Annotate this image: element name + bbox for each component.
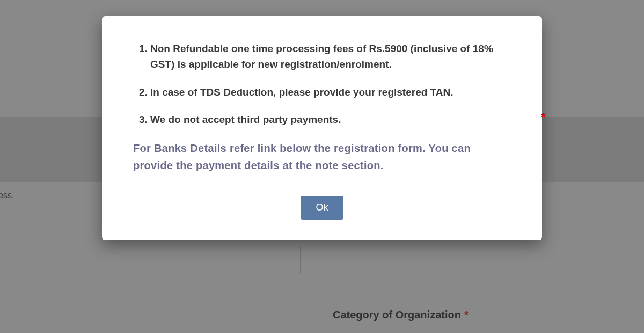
ok-button[interactable]: Ok xyxy=(301,196,343,220)
modal-item-1: Non Refundable one time processing fees … xyxy=(150,41,511,73)
modal-item-2: In case of TDS Deduction, please provide… xyxy=(150,84,511,100)
modal-overlay: Non Refundable one time processing fees … xyxy=(0,0,644,333)
modal-button-row: Ok xyxy=(133,196,511,220)
required-indicator-dot: * xyxy=(541,110,545,114)
modal-list: Non Refundable one time processing fees … xyxy=(133,41,511,128)
modal-item-3: We do not accept third party payments. xyxy=(150,112,511,127)
info-modal: Non Refundable one time processing fees … xyxy=(102,16,542,240)
bank-note: For Banks Details refer link below the r… xyxy=(133,140,511,174)
